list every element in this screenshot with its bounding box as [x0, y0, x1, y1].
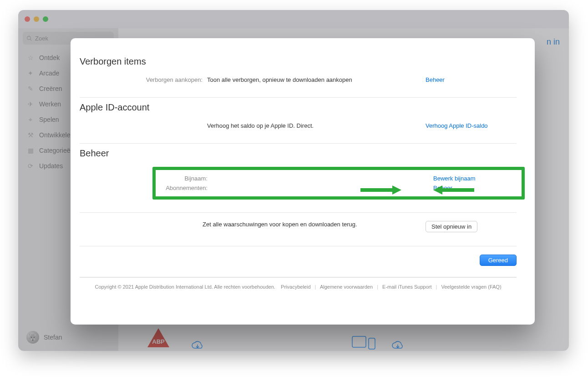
sidebar-item-label: Spelen	[39, 116, 59, 123]
abp-app-icon: ABP	[146, 326, 171, 351]
arcade-icon: ✦	[26, 69, 35, 77]
account-info-modal: Verborgen items Verborgen aankopen: Toon…	[71, 38, 535, 325]
reset-warnings-desc: Zet alle waarschuwingen voor kopen en do…	[203, 221, 426, 232]
zoom-window-button[interactable]	[43, 16, 48, 22]
sidebar-item-label: Ontdek	[39, 54, 60, 61]
subscriptions-label: Abonnementen:	[157, 185, 208, 191]
hidden-purchases-label: Verborgen aankopen:	[80, 76, 203, 83]
paperplane-icon: ✈	[26, 100, 35, 108]
section-manage: Beheer Bijnaam: Bewerk bijnaam Abonnemen…	[80, 144, 517, 213]
support-link[interactable]: E-mail iTunes Support	[382, 284, 431, 290]
manage-hidden-link[interactable]: Beheer	[426, 76, 445, 83]
section-apple-id: Apple ID-account Verhoog het saldo op je…	[80, 98, 517, 144]
svg-text:ABP: ABP	[152, 338, 165, 345]
cloud-download-icon	[391, 341, 404, 351]
increase-balance-desc: Verhoog het saldo op je Apple ID. Direct…	[207, 122, 421, 129]
section-title: Verborgen items	[80, 56, 517, 67]
avatar: 🐺	[26, 331, 39, 344]
search-icon	[26, 35, 32, 41]
svg-marker-7	[392, 185, 401, 195]
cloud-download-icon	[191, 341, 204, 351]
svg-rect-5	[369, 338, 375, 349]
reset-warnings-button[interactable]: Stel opnieuw in	[426, 221, 477, 232]
edit-nickname-link[interactable]: Bewerk bijnaam	[433, 175, 476, 182]
svg-line-1	[30, 39, 31, 40]
terms-link[interactable]: Algemene voorwaarden	[320, 284, 373, 290]
copyright-text: Copyright © 2021 Apple Distribution Inte…	[95, 284, 275, 290]
modal-footer: Copyright © 2021 Apple Distribution Inte…	[80, 277, 517, 298]
section-title: Beheer	[80, 148, 517, 159]
close-window-button[interactable]	[25, 16, 30, 22]
faq-link[interactable]: Veelgestelde vragen (FAQ)	[441, 284, 501, 290]
hidden-purchases-desc: Toon alle verborgen, opnieuw te download…	[207, 76, 421, 83]
section-title: Apple ID-account	[80, 102, 517, 113]
updates-icon: ⟳	[26, 162, 35, 170]
arrow-left-icon	[360, 185, 401, 195]
grid-icon: ▦	[26, 146, 35, 155]
annotation-highlight: Bijnaam: Bewerk bijnaam Abonnementen: Be…	[152, 167, 525, 200]
gamepad-icon: ⌖	[26, 115, 35, 124]
sidebar-item-label: Werken	[39, 100, 61, 108]
sidebar-user[interactable]: 🐺 Stefan	[23, 327, 114, 347]
search-placeholder: Zoek	[35, 35, 48, 42]
window-titlebar	[18, 10, 569, 28]
increase-balance-link[interactable]: Verhoog Apple ID-saldo	[426, 122, 488, 129]
user-name-label: Stefan	[44, 334, 62, 341]
sign-in-link-fragment[interactable]: n in	[547, 37, 560, 47]
star-icon: ☆	[26, 54, 35, 62]
section-reset-warnings: Zet alle waarschuwingen voor kopen en do…	[80, 213, 517, 246]
privacy-link[interactable]: Privacybeleid	[281, 284, 310, 290]
svg-marker-9	[433, 185, 442, 195]
sidebar-item-label: Creëren	[39, 85, 62, 92]
section-hidden-items: Verborgen items Verborgen aankopen: Toon…	[80, 52, 517, 98]
svg-point-0	[27, 36, 31, 40]
brush-icon: ✎	[26, 85, 35, 93]
devices-icon	[350, 335, 378, 351]
sidebar-item-label: Ontwikkelen	[39, 131, 74, 139]
nickname-label: Bijnaam:	[157, 175, 208, 182]
done-button[interactable]: Gereed	[480, 255, 517, 266]
sidebar-item-label: Updates	[39, 162, 63, 170]
wrench-icon: ⚒	[26, 131, 35, 139]
svg-rect-4	[352, 336, 366, 347]
arrow-right-icon	[433, 185, 474, 195]
sidebar-item-label: Categorieën	[39, 147, 74, 154]
minimize-window-button[interactable]	[34, 16, 39, 22]
sidebar-item-label: Arcade	[39, 70, 59, 77]
done-row: Gereed	[80, 246, 517, 277]
window-controls	[25, 16, 48, 22]
